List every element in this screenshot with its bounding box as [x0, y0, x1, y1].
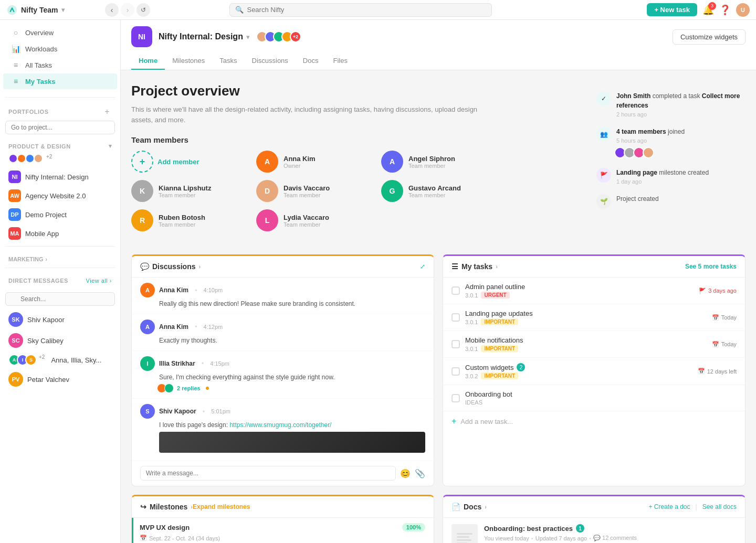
main-content: NI Nifty Internal: Design ▾ +2 — [121, 20, 756, 543]
dm-search-input[interactable] — [5, 292, 115, 306]
doc-name-1[interactable]: Onboarding: best practices 1 — [484, 524, 737, 533]
my-tasks-icon: ≡ — [12, 77, 20, 86]
message-input[interactable] — [140, 466, 396, 481]
dm-item-petar-valchev[interactable]: PV Petar Valchev — [0, 369, 120, 390]
forward-button[interactable]: › — [121, 3, 134, 17]
search-bar[interactable]: 🔍 — [229, 3, 492, 17]
sidebar-item-workloads[interactable]: 📊 Workloads — [3, 41, 117, 57]
dm-avatar-petar: PV — [8, 372, 23, 387]
replies-link[interactable]: 2 replies — [177, 385, 201, 391]
task-checkbox-2[interactable] — [452, 313, 460, 322]
task-checkbox-3[interactable] — [452, 340, 460, 348]
sidebar-item-my-tasks[interactable]: ≡ My Tasks — [3, 73, 117, 89]
add-member-plus-icon: + — [131, 151, 153, 173]
task-checkbox-5[interactable] — [452, 394, 460, 402]
sidebar-item-all-tasks[interactable]: ≡ All Tasks — [3, 57, 117, 73]
portfolio-search-input[interactable] — [5, 121, 115, 134]
discussions-widget-header: 💬 Discussions › ⤢ — [132, 256, 434, 278]
msg-avatar-4: S — [140, 404, 155, 419]
activity-panel: ✓ John Smith completed a task Collect mo… — [588, 83, 746, 244]
marketing-section-header[interactable]: MARKETING › — [0, 250, 120, 264]
tab-milestones[interactable]: Milestones — [165, 52, 212, 70]
discussions-icon: 💬 — [140, 262, 149, 271]
history-button[interactable]: ↺ — [136, 3, 150, 17]
activity-joined-avatars — [616, 147, 685, 158]
flag-icon: 🚩 — [699, 288, 706, 294]
sidebar-item-mobile-app[interactable]: MA Mobile App — [0, 224, 120, 243]
member-card-lydia-vaccaro: L Lydia Vaccaro Team member — [256, 209, 374, 231]
activity-item-3: 🚩 Landing page milestone created 1 day a… — [596, 168, 746, 185]
task-item-5: Onboarding bot IDEAS — [443, 385, 745, 411]
sidebar-item-nifty-internal[interactable]: NI Nifty Internal: Design — [0, 167, 120, 186]
see-more-tasks-link[interactable]: See 5 more tasks — [685, 263, 737, 270]
team-members-grid: + Add member A Anna Kim Owner — [131, 151, 499, 231]
discussions-widget: 💬 Discussions › ⤢ A Anna Kim — [131, 254, 434, 486]
calendar-icon: 📅 — [712, 314, 719, 321]
member-card-kianna-lipshutz: K Kianna Lipshutz Team member — [131, 180, 249, 202]
sidebar-nav: ○ Overview 📊 Workloads ≡ All Tasks ≡ My … — [0, 20, 120, 94]
task-info-2: Landing page updates 3.0.1 IMPORTANT — [465, 310, 707, 325]
docs-title: 📄 Docs › — [452, 503, 487, 511]
chevron-down-icon: ▾ — [109, 143, 112, 150]
add-portfolio-button[interactable]: + — [102, 107, 112, 116]
notifications-button[interactable]: 🔔 3 — [702, 4, 714, 16]
project-header-top: NI Nifty Internal: Design ▾ +2 — [131, 26, 746, 52]
team-name-logo[interactable]: Nifty Team ▾ — [6, 4, 101, 16]
expand-milestones-link[interactable]: Expand milestones — [193, 503, 250, 510]
sidebar-item-demo-project[interactable]: DP Demo Project — [0, 205, 120, 224]
tab-docs[interactable]: Docs — [296, 52, 326, 70]
expand-icon[interactable]: ⤢ — [420, 263, 425, 270]
my-tasks-header: ☰ My tasks › See 5 more tasks — [443, 256, 745, 278]
tab-tasks[interactable]: Tasks — [212, 52, 244, 70]
calendar-icon-3: 📅 — [698, 368, 705, 375]
milestone-pct-1: 100% — [402, 523, 425, 531]
sidebar-divider-1 — [5, 97, 115, 98]
add-task-plus-icon: + — [452, 417, 456, 426]
user-avatar[interactable]: U — [736, 3, 750, 17]
attach-button[interactable]: 📎 — [415, 469, 425, 478]
search-input[interactable] — [247, 6, 486, 14]
task-checkbox-4[interactable] — [452, 367, 460, 376]
doc-badge-1: 1 — [576, 524, 584, 533]
project-icon-dp: DP — [8, 208, 21, 221]
tab-home[interactable]: Home — [131, 52, 165, 70]
tab-discussions[interactable]: Discussions — [245, 52, 296, 70]
project-title: Nifty Internal: Design — [159, 32, 243, 41]
emoji-button[interactable]: 😊 — [400, 469, 411, 478]
dm-item-shiv-kapoor[interactable]: SK Shiv Kapoor — [0, 309, 120, 330]
see-all-docs-link[interactable]: See all docs — [702, 503, 737, 510]
project-avatars-row[interactable]: +2 — [0, 152, 120, 167]
sidebar-item-agency-website[interactable]: AW Agency Website 2.0 — [0, 186, 120, 205]
add-member-button[interactable]: + Add member — [131, 151, 249, 173]
add-task-row[interactable]: + Add a new task... — [443, 411, 745, 431]
msg-avatar-3: I — [140, 356, 155, 371]
smugmug-link[interactable]: https://www.smugmug.com/together/ — [229, 421, 331, 429]
milestone-item-1: MVP UX design 100% 📅 Sept. 22 - Oct. 24 … — [132, 518, 434, 543]
task-checkbox-1[interactable] — [452, 286, 460, 295]
task-info-1: Admin panel outline 3.0.1 URGENT — [465, 283, 694, 299]
task-priority-4: IMPORTANT — [481, 372, 518, 379]
help-icon[interactable]: ❓ — [719, 4, 731, 16]
sidebar-item-overview[interactable]: ○ Overview — [3, 25, 117, 40]
widgets-row-2: ↪ Milestones › Expand milestones MVP UX … — [131, 495, 746, 543]
project-title-chevron[interactable]: ▾ — [246, 33, 250, 41]
dm-item-sky-calibey[interactable]: SC Sky Calibey — [0, 330, 120, 351]
discussion-msg-1: A Anna Kim • 4:10pm Really dig this new … — [132, 278, 434, 314]
dm-search-inner: 🔍 — [5, 292, 115, 306]
view-all-link[interactable]: View all › — [86, 278, 112, 284]
dm-search-wrap: 🔍 — [0, 290, 120, 309]
doc-meta-1: You viewed today • Updated 7 days ago • … — [484, 535, 737, 541]
tab-files[interactable]: Files — [326, 52, 354, 70]
dm-item-group-chat[interactable]: A I S +2 Anna, Illia, Sky... — [0, 351, 120, 369]
customize-widgets-button[interactable]: Customize widgets — [673, 29, 746, 45]
back-button[interactable]: ‹ — [105, 3, 119, 17]
project-overview-title: Project overview — [131, 83, 578, 99]
tasks-chevron: › — [496, 263, 498, 270]
dm-avatar-shiv: SK — [8, 312, 23, 327]
task-priority-1: URGENT — [481, 292, 509, 299]
reply-dot — [206, 387, 209, 390]
create-doc-link[interactable]: + Create a doc — [648, 503, 690, 510]
new-task-button[interactable]: + New task — [647, 3, 697, 16]
project-icon-ma: MA — [8, 227, 21, 240]
product-design-section-header[interactable]: PRODUCT & DESIGN ▾ — [0, 136, 120, 152]
